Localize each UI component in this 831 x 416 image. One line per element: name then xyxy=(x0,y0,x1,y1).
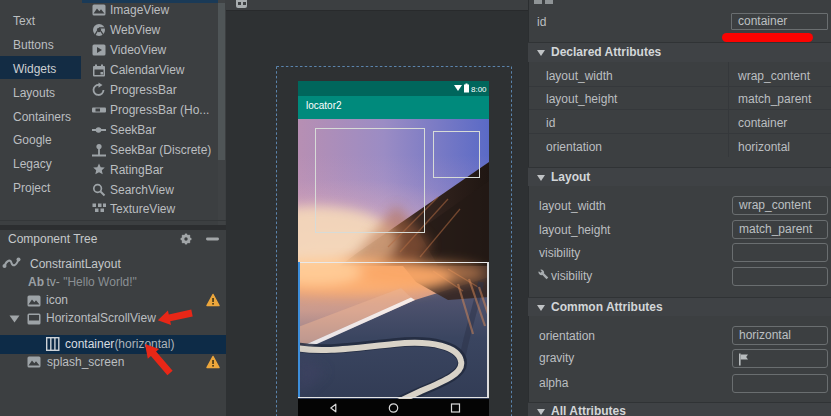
svg-text:8:00: 8:00 xyxy=(471,85,487,94)
